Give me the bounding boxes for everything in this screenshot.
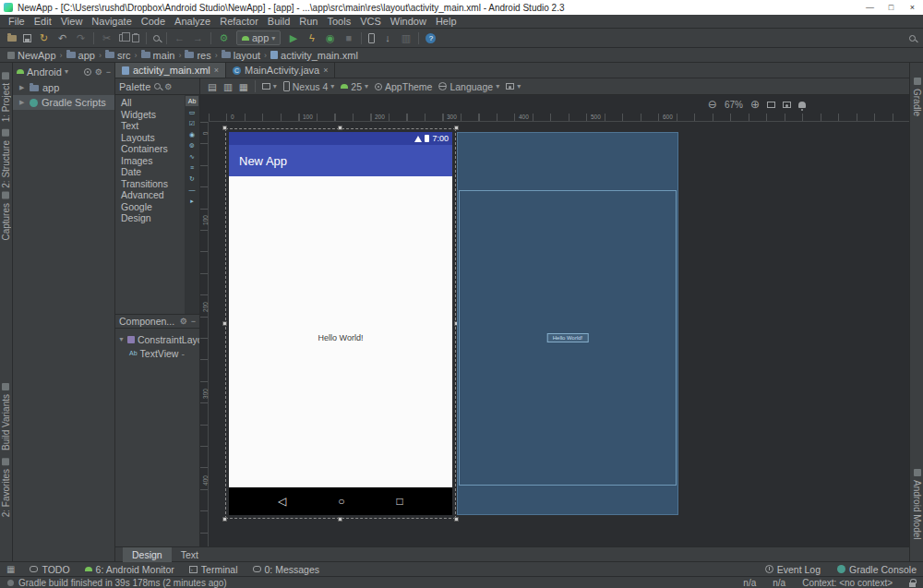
palette-category-advanced[interactable]: Advanced bbox=[115, 189, 185, 201]
notifications-bell-icon[interactable] bbox=[798, 102, 806, 108]
seekbar-widget-icon[interactable]: — bbox=[186, 185, 198, 195]
menu-view[interactable]: View bbox=[56, 15, 88, 28]
zoom-out-icon[interactable]: ⊖ bbox=[708, 98, 717, 111]
breadcrumb-layout[interactable]: layout bbox=[222, 50, 260, 61]
breadcrumb-res[interactable]: res bbox=[185, 50, 210, 61]
screenshot-icon[interactable] bbox=[783, 102, 791, 108]
tab-text[interactable]: Text bbox=[172, 547, 208, 562]
menu-vcs[interactable]: VCS bbox=[355, 15, 386, 28]
hide-panel-icon[interactable]: − bbox=[106, 67, 111, 77]
tool-button-favorites[interactable]: 2: Favorites bbox=[1, 458, 11, 517]
resize-handle[interactable] bbox=[222, 321, 227, 326]
locate-icon[interactable] bbox=[84, 68, 91, 76]
search-everywhere-icon[interactable] bbox=[909, 35, 916, 42]
variant-select[interactable]: ▾ bbox=[506, 82, 521, 90]
resize-handle[interactable] bbox=[222, 126, 227, 130]
instant-run-icon[interactable]: ϟ bbox=[306, 29, 318, 47]
blueprint-view[interactable]: Hello World! bbox=[457, 132, 678, 515]
zoom-in-icon[interactable]: ⊕ bbox=[750, 98, 760, 111]
forward-icon[interactable]: → bbox=[192, 29, 204, 47]
run-configuration-select[interactable]: app ▾ bbox=[236, 30, 281, 45]
close-icon[interactable]: × bbox=[323, 66, 328, 75]
close-icon[interactable]: × bbox=[214, 66, 219, 75]
resize-handle[interactable] bbox=[338, 126, 342, 130]
tool-button-project[interactable]: 1: Project bbox=[1, 72, 11, 122]
theme-select[interactable]: AppTheme bbox=[375, 81, 432, 92]
component-textview[interactable]: Ab TextView - bbox=[115, 346, 199, 360]
make-project-icon[interactable]: ⚙ bbox=[218, 29, 230, 47]
tool-button-gradle-console[interactable]: Gradle Console bbox=[837, 564, 917, 575]
menu-edit[interactable]: Edit bbox=[30, 15, 56, 28]
tool-button-build-variants[interactable]: Build Variants bbox=[1, 383, 11, 450]
avd-manager-icon[interactable] bbox=[368, 33, 375, 43]
expand-arrow-icon[interactable]: ▶ bbox=[19, 84, 26, 91]
paste-icon[interactable] bbox=[132, 34, 139, 42]
orientation-select[interactable]: ▾ bbox=[262, 82, 277, 90]
breadcrumb-main[interactable]: main bbox=[141, 50, 175, 61]
imageview-widget-icon[interactable]: ∿ bbox=[186, 151, 198, 162]
menu-file[interactable]: File bbox=[4, 15, 30, 28]
tool-button-structure[interactable]: 2: Structure bbox=[1, 129, 11, 188]
resize-handle[interactable] bbox=[222, 517, 227, 522]
tool-button-event-log[interactable]: Event Log bbox=[765, 564, 821, 575]
tool-button-terminal[interactable]: › Terminal bbox=[189, 564, 238, 575]
resize-handle[interactable] bbox=[454, 126, 459, 130]
device-select[interactable]: Nexus 4 ▾ bbox=[283, 81, 335, 92]
tree-item-gradle-scripts[interactable]: ▶ Gradle Scripts bbox=[13, 95, 114, 110]
palette-category-containers[interactable]: Containers bbox=[115, 143, 185, 155]
palette-search-icon[interactable] bbox=[154, 83, 161, 90]
menu-code[interactable]: Code bbox=[137, 15, 170, 28]
collapse-arrow-icon[interactable]: ▼ bbox=[118, 336, 125, 342]
menu-run[interactable]: Run bbox=[294, 15, 322, 28]
breadcrumb-project[interactable]: NewApp bbox=[7, 50, 56, 61]
hello-world-textview[interactable]: Hello World! bbox=[318, 333, 364, 342]
find-icon[interactable] bbox=[153, 35, 160, 42]
project-view-selector[interactable]: Android bbox=[27, 66, 62, 78]
show-blueprint-icon[interactable]: ▥ bbox=[223, 81, 233, 92]
component-constraintlayout[interactable]: ▼ ConstraintLayou... bbox=[115, 332, 199, 346]
progressbar-widget-icon[interactable]: ↻ bbox=[186, 174, 198, 184]
hide-panel-icon[interactable]: − bbox=[191, 317, 196, 326]
palette-category-layouts[interactable]: Layouts bbox=[115, 132, 185, 144]
save-icon[interactable] bbox=[23, 34, 31, 42]
copy-icon[interactable] bbox=[119, 34, 126, 42]
breadcrumb-file[interactable]: activity_main.xml bbox=[270, 50, 358, 61]
back-icon[interactable]: ← bbox=[174, 29, 186, 47]
tool-button-todo[interactable]: TODO bbox=[30, 564, 69, 575]
minimize-button[interactable]: — bbox=[859, 0, 881, 15]
palette-category-google[interactable]: Google bbox=[115, 201, 185, 213]
menu-navigate[interactable]: Navigate bbox=[87, 15, 136, 28]
radiobutton-widget-icon[interactable]: ◉ bbox=[186, 129, 198, 139]
zoom-to-fit-icon[interactable] bbox=[767, 102, 775, 108]
menu-tools[interactable]: Tools bbox=[322, 15, 355, 28]
tool-button-android-monitor[interactable]: 6: Android Monitor bbox=[85, 564, 174, 575]
palette-category-design[interactable]: Design bbox=[115, 212, 185, 224]
breadcrumb-src[interactable]: src bbox=[105, 50, 131, 61]
palette-category-images[interactable]: Images bbox=[115, 155, 185, 167]
open-icon[interactable] bbox=[7, 35, 17, 42]
checkbox-widget-icon[interactable]: ☑ bbox=[186, 118, 198, 128]
stop-icon[interactable]: ■ bbox=[342, 29, 354, 47]
palette-category-all[interactable]: All bbox=[115, 97, 185, 109]
design-view-phone[interactable]: 7:00 New App Hello World! ◁ ○ □ bbox=[229, 132, 452, 515]
breadcrumb-app[interactable]: app bbox=[66, 50, 95, 61]
cut-icon[interactable]: ✂ bbox=[101, 29, 113, 47]
resize-handle[interactable] bbox=[454, 517, 459, 522]
settings-icon[interactable]: ⚙ bbox=[95, 67, 102, 77]
show-design-icon[interactable]: ▤ bbox=[208, 81, 217, 92]
textview-widget-icon[interactable]: Ab bbox=[186, 96, 198, 106]
palette-category-date[interactable]: Date bbox=[115, 166, 185, 178]
sdk-manager-icon[interactable]: ↓ bbox=[381, 29, 393, 47]
palette-category-transitions[interactable]: Transitions bbox=[115, 178, 185, 190]
chevron-down-icon[interactable]: ▾ bbox=[65, 67, 68, 76]
menu-help[interactable]: Help bbox=[431, 15, 462, 28]
tool-button-messages[interactable]: 0: Messages bbox=[253, 564, 320, 575]
resize-handle[interactable] bbox=[338, 517, 342, 522]
menu-analyze[interactable]: Analyze bbox=[170, 15, 215, 28]
redo-icon[interactable]: ↷ bbox=[75, 29, 87, 47]
expand-arrow-icon[interactable]: ▶ bbox=[19, 99, 26, 106]
sync-icon[interactable]: ↻ bbox=[38, 29, 50, 47]
blueprint-textview[interactable]: Hello World! bbox=[547, 333, 589, 342]
tree-item-app[interactable]: ▶ app bbox=[13, 80, 114, 95]
layout-inspector-icon[interactable]: ▥ bbox=[400, 29, 412, 47]
